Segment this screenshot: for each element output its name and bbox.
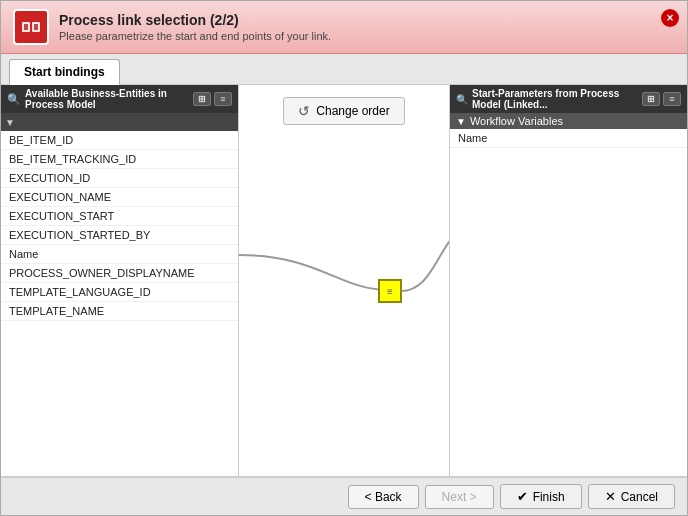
left-filter-icon: ▼ bbox=[5, 117, 15, 128]
left-tool-btn-2[interactable]: ≡ bbox=[214, 92, 232, 106]
checkmark-icon: ✔ bbox=[517, 489, 528, 504]
right-panel-toolbar: ⊞ ≡ bbox=[642, 92, 681, 106]
refresh-icon: ↺ bbox=[298, 103, 310, 119]
dialog: Process link selection (2/2) Please para… bbox=[0, 0, 688, 516]
list-item[interactable]: TEMPLATE_LANGUAGE_ID bbox=[1, 283, 238, 302]
left-panel-title: Available Business-Entities in Process M… bbox=[25, 88, 193, 110]
finish-button[interactable]: ✔ Finish bbox=[500, 484, 582, 509]
content-area: 🔍 Available Business-Entities in Process… bbox=[1, 85, 687, 477]
right-search-icon: 🔍 bbox=[456, 94, 468, 105]
change-order-button[interactable]: ↺ Change order bbox=[283, 97, 404, 125]
right-panel-title: Start-Parameters from Process Model (Lin… bbox=[472, 88, 642, 110]
back-button[interactable]: < Back bbox=[348, 485, 419, 509]
right-item-list[interactable]: Name bbox=[450, 129, 687, 476]
list-item[interactable]: TEMPLATE_NAME bbox=[1, 302, 238, 321]
left-filter-row: ▼ bbox=[1, 113, 238, 131]
workflow-variables-section: ▼ Workflow Variables bbox=[450, 113, 687, 129]
list-item[interactable]: EXECUTION_ID bbox=[1, 169, 238, 188]
list-item[interactable]: Name bbox=[1, 245, 238, 264]
change-order-label: Change order bbox=[316, 104, 389, 118]
close-button[interactable]: × bbox=[661, 9, 679, 27]
connection-canvas: ≡ bbox=[239, 125, 449, 476]
list-item[interactable]: EXECUTION_NAME bbox=[1, 188, 238, 207]
list-item[interactable]: BE_ITEM_ID bbox=[1, 131, 238, 150]
link-icon bbox=[20, 16, 42, 38]
right-panel: 🔍 Start-Parameters from Process Model (L… bbox=[449, 85, 687, 476]
dialog-subtitle: Please parametrize the start and end poi… bbox=[59, 30, 675, 42]
workflow-variables-label: Workflow Variables bbox=[470, 115, 563, 127]
list-item[interactable]: EXECUTION_START bbox=[1, 207, 238, 226]
dialog-title: Process link selection (2/2) bbox=[59, 12, 675, 28]
left-search-icon: 🔍 bbox=[7, 93, 21, 106]
list-item[interactable]: BE_ITEM_TRACKING_ID bbox=[1, 150, 238, 169]
right-list-item-name[interactable]: Name bbox=[450, 129, 687, 148]
section-collapse-icon[interactable]: ▼ bbox=[456, 116, 466, 127]
right-tool-btn-1[interactable]: ⊞ bbox=[642, 92, 660, 106]
canvas-area: ≡ bbox=[239, 125, 449, 476]
right-tool-btn-2[interactable]: ≡ bbox=[663, 92, 681, 106]
right-panel-header: 🔍 Start-Parameters from Process Model (L… bbox=[450, 85, 687, 113]
middle-panel: ↺ Change order ≡ bbox=[239, 85, 449, 476]
list-item[interactable]: PROCESS_OWNER_DISPLAYNAME bbox=[1, 264, 238, 283]
cancel-icon: ✕ bbox=[605, 489, 616, 504]
left-item-list[interactable]: BE_ITEM_IDBE_ITEM_TRACKING_IDEXECUTION_I… bbox=[1, 131, 238, 476]
next-label: Next > bbox=[442, 490, 477, 504]
cancel-button[interactable]: ✕ Cancel bbox=[588, 484, 675, 509]
left-panel-header: 🔍 Available Business-Entities in Process… bbox=[1, 85, 238, 113]
left-panel-toolbar: ⊞ ≡ bbox=[193, 92, 232, 106]
left-panel: 🔍 Available Business-Entities in Process… bbox=[1, 85, 239, 476]
header-icon bbox=[13, 9, 49, 45]
right-panel-header-left: 🔍 Start-Parameters from Process Model (L… bbox=[456, 88, 642, 110]
header-text: Process link selection (2/2) Please para… bbox=[59, 12, 675, 42]
footer: < Back Next > ✔ Finish ✕ Cancel bbox=[1, 477, 687, 515]
tab-start-bindings[interactable]: Start bindings bbox=[9, 59, 120, 85]
left-tool-btn-1[interactable]: ⊞ bbox=[193, 92, 211, 106]
tabs-bar: Start bindings bbox=[1, 54, 687, 85]
cancel-label: Cancel bbox=[621, 490, 658, 504]
list-item[interactable]: EXECUTION_STARTED_BY bbox=[1, 226, 238, 245]
dialog-header: Process link selection (2/2) Please para… bbox=[1, 1, 687, 54]
svg-text:≡: ≡ bbox=[387, 286, 393, 297]
left-panel-header-left: 🔍 Available Business-Entities in Process… bbox=[7, 88, 193, 110]
finish-label: Finish bbox=[533, 490, 565, 504]
back-label: < Back bbox=[365, 490, 402, 504]
next-button[interactable]: Next > bbox=[425, 485, 494, 509]
